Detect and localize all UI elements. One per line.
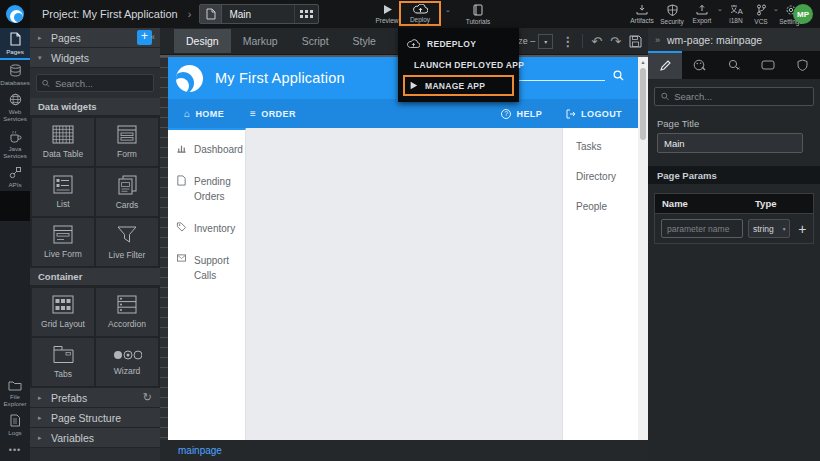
pages-section-header[interactable]: ▸ Pages +	[30, 28, 160, 48]
widget-list[interactable]: List	[32, 168, 94, 216]
widget-label: Form	[117, 149, 137, 159]
activity-java-services[interactable]: Java Services	[0, 126, 30, 162]
properties-tabs	[648, 51, 820, 79]
widget-cards[interactable]: Cards	[96, 168, 158, 216]
params-table-header: Name Type	[655, 194, 813, 214]
properties-search-input[interactable]	[674, 91, 807, 102]
app-nav: ⌂ HOME ≡ ORDER ? HELP LOGOUT	[168, 99, 638, 128]
page-title-input[interactable]	[657, 133, 803, 153]
activity-web-services[interactable]: Web Services	[0, 89, 30, 125]
side-menu-dashboard[interactable]: Dashboard	[176, 142, 239, 157]
artifacts-button[interactable]: Artifacts	[626, 1, 658, 27]
menu-item-redeploy[interactable]: REDEPLOY	[398, 33, 519, 54]
app-right-list: Tasks Directory People	[562, 128, 638, 440]
tab-style[interactable]: Style	[341, 29, 388, 53]
scroll-up-icon[interactable]: ▲	[641, 59, 646, 65]
activity-logs[interactable]: Logs	[0, 410, 30, 439]
menu-item-launch-deployed-app[interactable]: LAUNCH DEPLOYED APP	[398, 54, 519, 75]
tutorials-button[interactable]: Tutorials	[458, 1, 498, 27]
app-preview[interactable]: My First Application ⌂ HOME ≡ ORDER ? HE…	[168, 57, 638, 440]
param-name-input[interactable]	[661, 219, 743, 238]
widget-grid-layout[interactable]: Grid Layout	[32, 288, 94, 336]
app-search[interactable]	[517, 70, 638, 87]
app-content-area[interactable]	[246, 128, 562, 440]
nav-help[interactable]: ? HELP	[501, 109, 542, 119]
refresh-icon[interactable]: ↻	[143, 391, 152, 404]
right-list-item[interactable]: Directory	[576, 171, 638, 182]
tab-script[interactable]: Script	[290, 29, 341, 53]
page-selector-value[interactable]: Main	[222, 9, 294, 20]
canvas-size-select[interactable]: ze – ▾	[518, 34, 553, 49]
app-body: Dashboard Pending Orders Inventory Suppo…	[168, 128, 638, 440]
widget-live-form[interactable]: Live Form	[32, 218, 94, 266]
widget-search-input[interactable]	[55, 78, 148, 89]
user-avatar[interactable]: MP	[793, 4, 813, 24]
widget-form[interactable]: Form	[96, 118, 158, 166]
activity-file-explorer[interactable]: File Explorer	[0, 376, 30, 410]
side-menu-support-calls[interactable]: Support Calls	[176, 253, 239, 283]
search-input-underline[interactable]	[517, 71, 605, 81]
device-icon	[761, 60, 775, 70]
widgets-section-header[interactable]: ▾ Widgets	[30, 48, 160, 68]
add-param-button[interactable]: +	[795, 222, 809, 236]
right-list-item[interactable]: Tasks	[576, 141, 638, 152]
tab-styles[interactable]	[682, 51, 716, 79]
page-grid-toggle[interactable]	[294, 5, 318, 23]
activity-bar: Pages Databases Web Services Java Servic…	[0, 28, 30, 461]
tab-events[interactable]	[717, 51, 751, 79]
palette-icon	[693, 59, 706, 71]
redo-icon[interactable]: ↷	[610, 35, 621, 48]
save-icon[interactable]	[629, 35, 642, 48]
open-page-tab[interactable]: mainpage	[178, 445, 222, 456]
menu-item-manage-app[interactable]: MANAGE APP	[403, 75, 514, 96]
wizard-icon	[112, 349, 142, 361]
nav-home[interactable]: ⌂ HOME	[184, 108, 224, 119]
nav-logout[interactable]: LOGOUT	[566, 109, 622, 119]
prefabs-section-header[interactable]: ▸ Prefabs ↻	[30, 388, 160, 408]
widget-label: Accordion	[108, 319, 146, 329]
more-options-icon[interactable]: •••	[0, 445, 30, 455]
book-icon	[473, 4, 483, 16]
export-button[interactable]: Export	[686, 1, 718, 27]
variables-section-header[interactable]: ▸ Variables	[30, 428, 160, 448]
page-structure-section-header[interactable]: ▸ Page Structure	[30, 408, 160, 428]
activity-apis[interactable]: APIs	[0, 162, 30, 191]
widget-label: Live Form	[44, 249, 82, 259]
page-selector[interactable]: Main	[199, 4, 319, 24]
left-panel-collapse-icon[interactable]: «	[150, 32, 155, 42]
i18n-button[interactable]: A i18N	[722, 1, 750, 27]
deploy-chevron-icon[interactable]: ⌄	[445, 6, 451, 14]
vcs-button[interactable]: VCS	[748, 1, 774, 27]
param-type-select[interactable]: string ▾	[748, 219, 790, 238]
data-table-icon	[52, 125, 74, 144]
nav-order[interactable]: ≡ ORDER	[250, 108, 296, 119]
wavemaker-logo[interactable]	[0, 0, 30, 28]
widget-tabs[interactable]: Tabs	[32, 338, 94, 386]
logs-icon	[9, 414, 21, 427]
scrollbar-thumb[interactable]	[640, 68, 646, 140]
widget-live-filter[interactable]: Live Filter	[96, 218, 158, 266]
tab-design[interactable]: Design	[174, 29, 231, 53]
panel-collapse-icon[interactable]: »	[655, 35, 660, 45]
left-panel: ▸ Pages + ▾ Widgets Data widgets Data Ta…	[30, 28, 160, 461]
undo-icon[interactable]: ↶	[591, 35, 602, 48]
search-icon[interactable]	[613, 70, 624, 81]
right-list-item[interactable]: People	[576, 201, 638, 212]
widget-label: Data Table	[43, 149, 83, 159]
widget-accordion[interactable]: Accordion	[96, 288, 158, 336]
canvas-scrollbar[interactable]: ▲	[638, 57, 648, 440]
deploy-button[interactable]: Deploy	[399, 1, 441, 26]
side-menu-inventory[interactable]: Inventory	[176, 221, 239, 236]
tab-markup[interactable]: Markup	[231, 29, 290, 53]
activity-databases[interactable]: Databases	[0, 60, 30, 89]
side-menu-pending-orders[interactable]: Pending Orders	[176, 174, 239, 204]
widget-data-table[interactable]: Data Table	[32, 118, 94, 166]
export-label: Export	[693, 17, 712, 24]
security-button[interactable]: Security	[656, 1, 688, 27]
tab-device[interactable]	[751, 51, 785, 79]
tab-security[interactable]	[786, 51, 820, 79]
more-menu-icon[interactable]: ⋮	[561, 35, 574, 48]
tab-properties[interactable]	[648, 51, 682, 79]
widget-wizard[interactable]: Wizard	[96, 338, 158, 386]
activity-pages[interactable]: Pages	[0, 28, 30, 60]
